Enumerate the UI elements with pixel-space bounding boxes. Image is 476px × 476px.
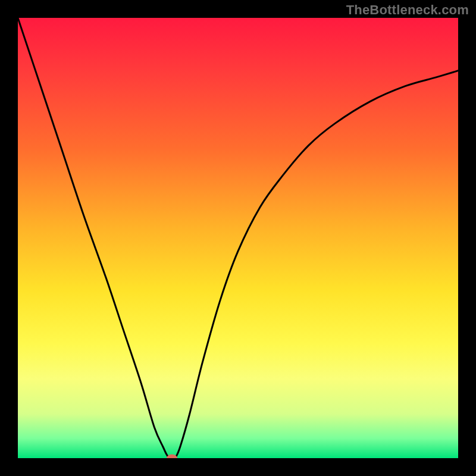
plot-area [18,18,458,458]
bottleneck-chart [18,18,458,458]
gradient-background [18,18,458,458]
chart-frame: TheBottleneck.com [0,0,476,476]
watermark-text: TheBottleneck.com [346,2,469,18]
